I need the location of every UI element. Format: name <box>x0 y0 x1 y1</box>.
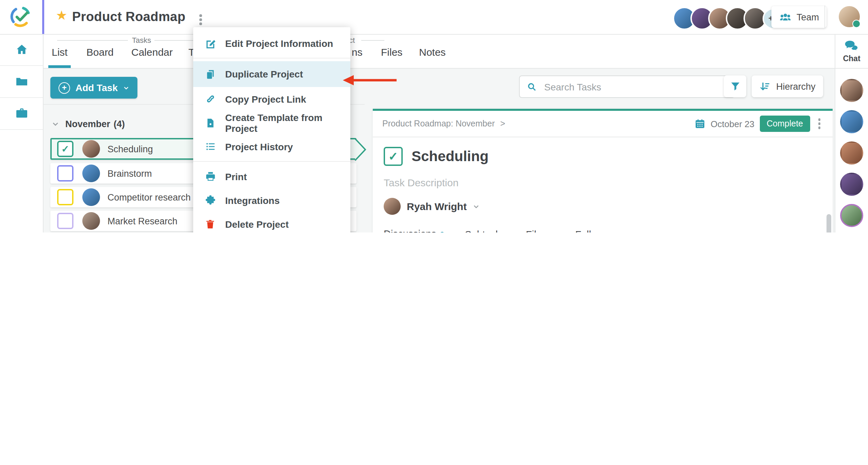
selected-row-pointer <box>354 137 367 162</box>
tab-files[interactable]: Files <box>381 46 402 58</box>
task-title: Scheduling <box>412 148 488 165</box>
breadcrumb[interactable]: Product Roadmap: November <box>382 119 495 128</box>
tab-board[interactable]: Board <box>86 46 114 58</box>
section-name: November <box>65 119 110 129</box>
tab-calendar[interactable]: Calendar <box>131 46 173 58</box>
menu-item-delete-project[interactable]: Delete Project <box>193 212 350 232</box>
tab-followers[interactable]: Followers <box>575 223 617 232</box>
chat-label: Chat <box>843 54 860 63</box>
due-date-text[interactable]: October 23 <box>711 119 754 129</box>
menu-item-label: Delete Project <box>225 219 289 229</box>
assignee-selector[interactable]: Ryah Wright <box>384 198 822 215</box>
chevron-down-icon <box>473 203 480 210</box>
hierarchy-label: Hierarchy <box>776 81 816 91</box>
tab-notes[interactable]: Notes <box>419 46 446 58</box>
favorite-star-icon[interactable]: ★ <box>56 9 67 22</box>
hierarchy-sort-icon <box>759 81 771 92</box>
project-menu-button[interactable] <box>197 12 204 28</box>
assignee-avatar <box>82 140 100 158</box>
member-avatar-stack[interactable]: +2 <box>673 7 784 30</box>
add-task-button[interactable]: + Add Task <box>50 77 137 99</box>
nav-home-button[interactable] <box>0 34 43 66</box>
tab-files[interactable]: Files <box>526 223 555 232</box>
current-user-avatar[interactable] <box>839 6 860 27</box>
left-nav-rail <box>0 34 44 232</box>
menu-item-edit-project[interactable]: Edit Project Information <box>193 31 350 55</box>
search-icon <box>527 81 537 92</box>
tab-discussions[interactable]: Discussions <box>384 223 445 232</box>
toolbar-strip: + Add Task Hierarchy <box>44 68 835 104</box>
breadcrumb-chevron: > <box>500 119 505 128</box>
task-checkbox[interactable]: ✓ <box>57 141 73 157</box>
tasks-group-label: Tasks <box>132 36 151 44</box>
tab-partial-right[interactable]: ns <box>352 46 363 58</box>
filter-button[interactable] <box>724 75 746 97</box>
section-count: (4) <box>114 119 125 129</box>
duplicate-icon <box>204 68 216 80</box>
menu-item-duplicate-project[interactable]: Duplicate Project <box>193 61 350 87</box>
menu-item-create-template[interactable]: Create Template from Project <box>193 111 350 135</box>
project-dropdown-menu: Edit Project Information Duplicate Proje… <box>193 27 350 232</box>
chat-avatar[interactable] <box>840 173 863 196</box>
chat-avatar[interactable] <box>840 141 863 165</box>
task-menu-button[interactable] <box>815 116 823 132</box>
add-task-label: Add Task <box>76 82 118 93</box>
tab-subtasks[interactable]: Subtasks <box>465 223 505 232</box>
nav-work-button[interactable] <box>0 98 43 130</box>
folder-icon <box>15 75 28 88</box>
nav-projects-button[interactable] <box>0 66 43 98</box>
chat-rail: Chat <box>835 0 868 232</box>
briefcase-icon <box>15 107 28 120</box>
hierarchy-button[interactable]: Hierarchy <box>752 75 823 97</box>
chat-avatar[interactable] <box>840 110 863 133</box>
task-checkbox[interactable] <box>57 189 73 205</box>
menu-item-copy-project-link[interactable]: Copy Project Link <box>193 87 350 111</box>
menu-item-label: Duplicate Project <box>225 69 303 80</box>
group-line <box>361 40 384 41</box>
link-icon <box>204 93 216 105</box>
online-status-dot <box>852 20 861 28</box>
app-window: ★ Product Roadmap +2 Team <box>0 0 868 232</box>
task-description-placeholder[interactable]: Task Description <box>384 177 822 188</box>
filter-icon <box>730 81 740 92</box>
tab-label: Followers <box>575 229 617 232</box>
search-input[interactable] <box>543 81 727 93</box>
project-title: Product Roadmap <box>72 10 185 24</box>
task-checkbox[interactable] <box>57 165 73 182</box>
assignee-avatar <box>82 188 100 206</box>
menu-item-label: Copy Project Link <box>225 93 306 104</box>
menu-item-project-history[interactable]: Project History <box>193 135 350 158</box>
team-button-label: Team <box>797 12 819 22</box>
search-tasks-box <box>519 75 735 98</box>
complete-button[interactable]: Complete <box>760 116 810 132</box>
task-checkbox[interactable]: ✓ <box>384 147 403 166</box>
menu-divider <box>193 161 350 162</box>
menu-item-integrations[interactable]: Integrations <box>193 188 350 212</box>
menu-item-label: Print <box>225 171 247 182</box>
assignee-avatar <box>82 165 100 182</box>
team-button[interactable]: Team <box>771 6 827 28</box>
app-logo-icon[interactable] <box>9 5 32 29</box>
menu-item-label: Create Template from Project <box>225 112 339 134</box>
detail-header-row: Product Roadmap: November > October 23 C… <box>373 111 833 137</box>
detail-scrollbar-thumb[interactable] <box>827 214 831 232</box>
detail-header-actions: October 23 Complete <box>694 116 823 132</box>
tab-list[interactable]: List <box>52 46 68 58</box>
chevron-down-icon <box>123 85 129 91</box>
plus-circle-icon: + <box>59 82 70 93</box>
task-checkbox[interactable] <box>57 213 73 229</box>
menu-item-print[interactable]: Print <box>193 165 350 188</box>
chat-bubbles-icon <box>844 40 859 52</box>
trash-icon <box>204 219 216 229</box>
group-line <box>57 40 128 41</box>
chat-button[interactable]: Chat <box>835 35 868 69</box>
project-tabs-bar: Tasks ect List Board Calendar T ns Files… <box>44 34 835 69</box>
calendar-icon <box>694 118 705 129</box>
annotation-arrow-icon <box>343 75 397 86</box>
team-icon <box>779 11 792 23</box>
detail-body: ✓ Scheduling Task Description Ryah Wrigh… <box>373 137 833 232</box>
chat-avatar[interactable] <box>840 79 863 102</box>
history-icon <box>204 141 216 152</box>
header-accent-bar <box>42 0 44 34</box>
chat-avatar[interactable] <box>840 204 863 227</box>
